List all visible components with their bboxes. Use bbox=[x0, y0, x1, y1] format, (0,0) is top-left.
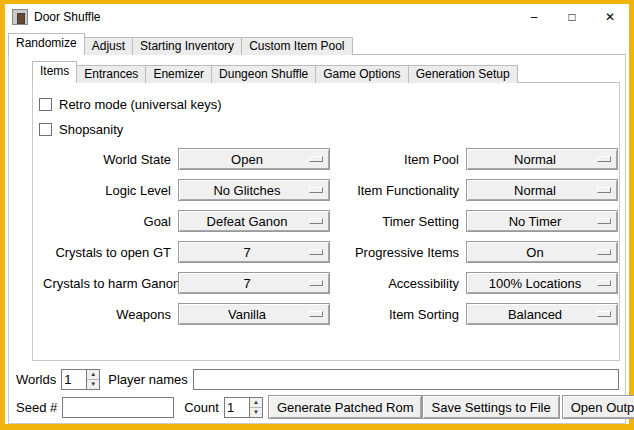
menu-indicator-icon bbox=[597, 311, 611, 317]
menu-indicator-icon bbox=[597, 249, 611, 255]
close-button[interactable]: ✕ bbox=[591, 4, 629, 30]
accessibility-dropdown[interactable]: 100% Locations bbox=[466, 272, 618, 294]
world-state-label: World State bbox=[43, 152, 171, 167]
goal-label: Goal bbox=[43, 214, 171, 229]
seed-row: Seed # Count ▲ ▼ Generate Patched Rom Sa… bbox=[16, 395, 619, 419]
shopsanity-row: Shopsanity bbox=[39, 118, 613, 140]
worlds-spin-arrows: ▲ ▼ bbox=[86, 370, 99, 389]
player-names-label: Player names bbox=[108, 372, 187, 387]
count-spin-up-icon[interactable]: ▲ bbox=[250, 398, 262, 407]
seed-input[interactable] bbox=[62, 397, 174, 418]
goal-dropdown[interactable]: Defeat Ganon bbox=[178, 210, 330, 232]
title-bar: Door Shuffle – □ ✕ bbox=[5, 4, 629, 30]
window-controls: – □ ✕ bbox=[515, 4, 629, 30]
tab-game-options[interactable]: Game Options bbox=[315, 65, 408, 83]
crystals-harm-ganon-value: 7 bbox=[243, 276, 264, 291]
bottom-controls: Worlds ▲ ▼ Player names Seed # bbox=[12, 361, 622, 423]
player-names-input[interactable] bbox=[193, 369, 619, 390]
menu-indicator-icon bbox=[309, 156, 323, 162]
worlds-spinbox: ▲ ▼ bbox=[61, 369, 100, 390]
tab-items[interactable]: Items bbox=[32, 61, 77, 83]
menu-indicator-icon bbox=[309, 187, 323, 193]
menu-indicator-icon bbox=[597, 280, 611, 286]
world-state-value: Open bbox=[231, 152, 277, 167]
minimize-button[interactable]: – bbox=[515, 4, 553, 30]
item-sorting-dropdown[interactable]: Balanced bbox=[466, 303, 618, 325]
shopsanity-label: Shopsanity bbox=[59, 122, 123, 137]
item-functionality-dropdown[interactable]: Normal bbox=[466, 179, 618, 201]
world-state-dropdown[interactable]: Open bbox=[178, 148, 330, 170]
tab-entrances[interactable]: Entrances bbox=[76, 65, 146, 83]
generate-patched-rom-button[interactable]: Generate Patched Rom bbox=[268, 395, 423, 419]
worlds-label: Worlds bbox=[16, 372, 56, 387]
randomize-page: Items Entrances Enemizer Dungeon Shuffle… bbox=[8, 55, 626, 424]
menu-indicator-icon bbox=[597, 218, 611, 224]
worlds-input[interactable] bbox=[62, 370, 86, 389]
crystals-harm-ganon-label: Crystals to harm Ganon bbox=[43, 276, 171, 291]
retro-mode-label: Retro mode (universal keys) bbox=[59, 97, 222, 112]
worlds-spin-up-icon[interactable]: ▲ bbox=[87, 370, 99, 379]
goal-value: Defeat Ganon bbox=[207, 214, 302, 229]
progressive-items-value: On bbox=[526, 245, 557, 260]
count-spin-down-icon[interactable]: ▼ bbox=[250, 407, 262, 417]
secondary-tab-bar: Items Entrances Enemizer Dungeon Shuffle… bbox=[32, 61, 620, 83]
window-inner: Door Shuffle – □ ✕ Randomize Adjust Star… bbox=[5, 4, 629, 424]
count-input[interactable] bbox=[225, 398, 249, 417]
accessibility-value: 100% Locations bbox=[489, 276, 596, 291]
menu-indicator-icon bbox=[597, 187, 611, 193]
item-pool-dropdown[interactable]: Normal bbox=[466, 148, 618, 170]
logic-level-value: No Glitches bbox=[213, 183, 294, 198]
progressive-items-label: Progressive Items bbox=[337, 245, 459, 260]
worlds-row: Worlds ▲ ▼ Player names bbox=[16, 367, 619, 391]
options-grid: World State Open Item Pool Normal Logic … bbox=[43, 148, 613, 325]
crystals-harm-ganon-dropdown[interactable]: 7 bbox=[178, 272, 330, 294]
crystals-open-gt-dropdown[interactable]: 7 bbox=[178, 241, 330, 263]
primary-tab-bar: Randomize Adjust Starting Inventory Cust… bbox=[8, 33, 626, 55]
menu-indicator-icon bbox=[309, 311, 323, 317]
item-sorting-value: Balanced bbox=[508, 307, 576, 322]
menu-indicator-icon bbox=[309, 218, 323, 224]
retro-mode-row: Retro mode (universal keys) bbox=[39, 93, 613, 115]
logic-level-dropdown[interactable]: No Glitches bbox=[178, 179, 330, 201]
item-functionality-value: Normal bbox=[514, 183, 570, 198]
open-output-directory-button[interactable]: Open Output Directory bbox=[562, 395, 634, 419]
timer-setting-value: No Timer bbox=[509, 214, 576, 229]
tab-custom-item-pool[interactable]: Custom Item Pool bbox=[241, 37, 352, 55]
item-pool-label: Item Pool bbox=[337, 152, 459, 167]
weapons-label: Weapons bbox=[43, 307, 171, 322]
timer-setting-label: Timer Setting bbox=[337, 214, 459, 229]
item-pool-value: Normal bbox=[514, 152, 570, 167]
menu-indicator-icon bbox=[597, 156, 611, 162]
shopsanity-checkbox[interactable] bbox=[39, 123, 52, 136]
timer-setting-dropdown[interactable]: No Timer bbox=[466, 210, 618, 232]
seed-label: Seed # bbox=[16, 400, 57, 415]
count-spinbox: ▲ ▼ bbox=[224, 397, 263, 418]
crystals-open-gt-value: 7 bbox=[243, 245, 264, 260]
count-label: Count bbox=[184, 400, 219, 415]
progressive-items-dropdown[interactable]: On bbox=[466, 241, 618, 263]
tab-randomize[interactable]: Randomize bbox=[8, 33, 85, 55]
menu-indicator-icon bbox=[309, 249, 323, 255]
weapons-value: Vanilla bbox=[228, 307, 280, 322]
app-icon[interactable] bbox=[12, 9, 28, 25]
retro-mode-checkbox[interactable] bbox=[39, 98, 52, 111]
tab-starting-inventory[interactable]: Starting Inventory bbox=[132, 37, 242, 55]
weapons-dropdown[interactable]: Vanilla bbox=[178, 303, 330, 325]
maximize-button[interactable]: □ bbox=[553, 4, 591, 30]
menu-indicator-icon bbox=[309, 280, 323, 286]
crystals-open-gt-label: Crystals to open GT bbox=[43, 245, 171, 260]
accessibility-label: Accessibility bbox=[337, 276, 459, 291]
tab-dungeon-shuffle[interactable]: Dungeon Shuffle bbox=[211, 65, 316, 83]
worlds-spin-down-icon[interactable]: ▼ bbox=[87, 379, 99, 389]
item-functionality-label: Item Functionality bbox=[337, 183, 459, 198]
logic-level-label: Logic Level bbox=[43, 183, 171, 198]
tab-adjust[interactable]: Adjust bbox=[84, 37, 133, 55]
client-area: Randomize Adjust Starting Inventory Cust… bbox=[5, 30, 629, 424]
tab-generation-setup[interactable]: Generation Setup bbox=[408, 65, 518, 83]
tab-enemizer[interactable]: Enemizer bbox=[145, 65, 212, 83]
app-window: Door Shuffle – □ ✕ Randomize Adjust Star… bbox=[0, 0, 634, 430]
items-page: Retro mode (universal keys) Shopsanity W… bbox=[32, 83, 620, 361]
save-settings-button[interactable]: Save Settings to File bbox=[422, 395, 559, 419]
item-sorting-label: Item Sorting bbox=[337, 307, 459, 322]
window-title: Door Shuffle bbox=[34, 10, 101, 24]
